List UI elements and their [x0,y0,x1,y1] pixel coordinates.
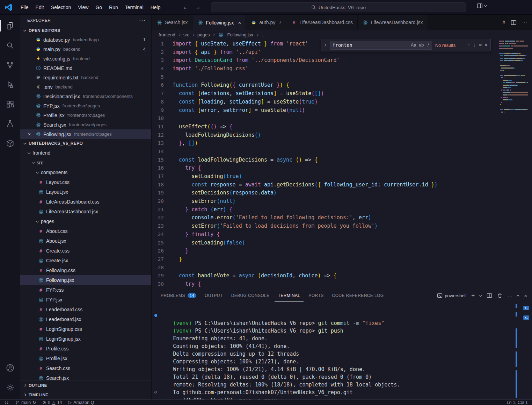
more-actions-icon[interactable]: ··· [522,20,527,25]
breadcrumb-item-frontend[interactable]: frontend [159,32,175,37]
panel-more-actions-icon[interactable]: ··· [508,293,512,298]
close-tab-icon[interactable]: × [238,20,241,26]
layout-toggle-icon[interactable] [477,3,483,9]
minimap[interactable] [499,41,528,114]
kill-terminal-icon[interactable] [497,293,503,298]
regex-icon[interactable]: .* [427,43,429,48]
section-outline[interactable]: OUTLINE [20,381,151,390]
tree-file-profile-css[interactable]: # Profile.css [20,344,151,354]
tree-file-search-css[interactable]: # Search.css [20,363,151,373]
settings-gear-icon[interactable] [0,378,20,397]
breadcrumb-item-src[interactable]: src [183,32,189,37]
run-debug-icon[interactable] [0,75,20,94]
match-case-icon[interactable]: Aa [411,43,416,48]
branch-indicator[interactable]: main ↻ [15,400,36,405]
open-editor-fyp-jsx[interactable]: FYP.jsx frontend\src\pages [20,101,151,111]
tree-file-leaderboard-css[interactable]: # Leaderboard.css [20,305,151,314]
menu-item-file[interactable]: File [17,3,32,12]
new-terminal-icon[interactable]: + [471,292,475,299]
remote-indicator[interactable] [4,400,9,405]
tree-file-profile-jsx[interactable]: Profile.jsx [20,354,151,363]
tree-folder-pages[interactable]: pages [20,216,151,226]
panel-tab-debug-console[interactable]: DEBUG CONSOLE [228,289,273,302]
menu-item-edit[interactable]: Edit [32,3,47,12]
command-decoration-success-icon[interactable] [154,314,157,317]
explorer-icon[interactable] [0,16,20,36]
panel-tab-problems[interactable]: PROBLEMS 14 [157,289,200,302]
back-button[interactable]: ← [182,4,188,11]
breadcrumb-item-pages[interactable]: pages [197,32,210,37]
source-control-icon[interactable] [0,55,20,75]
command-decoration-default-icon[interactable] [154,391,157,393]
tree-file-loginsignup-jsx[interactable]: LoginSignup.jsx [20,334,151,344]
tree-file-loginsignup-css[interactable]: # LoginSignup.css [20,324,151,334]
hash-icon[interactable]: # [502,20,505,25]
editor-tab-lifeareasdashboard-jsx[interactable]: LifeAreasDashboard.jsx [358,15,428,30]
powershell-session-icon[interactable] [523,314,530,321]
search-sidebar-icon[interactable] [0,36,20,55]
panel-tab-output[interactable]: OUTPUT [201,289,226,302]
shell-selector[interactable]: powershell [437,293,466,298]
menu-item-run[interactable]: Run [106,3,121,12]
editor-tab-following-jsx[interactable]: Following.jsx × [192,15,246,30]
forward-button[interactable]: → [195,4,201,11]
accounts-icon[interactable] [0,358,20,378]
find-close-icon[interactable]: × [485,42,488,48]
maximize-panel-icon[interactable] [517,294,519,297]
cursor-position[interactable]: Ln 1, Col 1 [507,400,528,405]
editor-code-area[interactable]: 1 import { useState, useEffect } from 'r… [152,39,532,289]
problems-indicator[interactable]: ⊗ 0 △ 14 [43,400,62,405]
menu-item-selection[interactable]: Selection [48,3,74,12]
terminal-dropdown-icon[interactable] [479,293,482,296]
command-center-search[interactable]: UnitedHacks_V6_repo [211,2,466,12]
menu-item-go[interactable]: Go [92,3,105,12]
panel-tab-ports[interactable]: PORTS [305,289,327,302]
split-terminal-icon[interactable] [487,293,492,298]
find-next-icon[interactable]: ↓ [473,42,476,48]
breadcrumb-item-following-jsx[interactable]: Following.jsx [227,32,253,37]
tree-file-layout-jsx[interactable]: Layout.jsx [20,187,151,197]
amazon-q-indicator[interactable]: ▷ Amazon Q [68,400,94,405]
open-editor-database-py[interactable]: database.py backend\app 1 [20,35,151,44]
editor-tab-lifeareasdashboard-css[interactable]: # LifeAreasDashboard.css [286,15,358,30]
tree-folder-frontend[interactable]: frontend [20,148,151,158]
tree-file-search-jsx[interactable]: Search.jsx [20,373,151,381]
tree-folder-src[interactable]: src [20,158,151,168]
find-input[interactable]: fronten Aa ab .* [330,41,432,50]
menu-item-terminal[interactable]: Terminal [122,3,147,12]
editor-tab-auth-py[interactable]: auth.py 7 [246,15,286,30]
tree-file-following-jsx[interactable]: Following.jsx [20,275,151,285]
open-editor-requirements-txt[interactable]: requirements.txt backend [20,73,151,82]
chevron-down-icon[interactable] [484,4,487,7]
tree-file-fyp-jsx[interactable]: FYP.jsx [20,295,151,305]
extensions-icon[interactable] [0,94,20,114]
testing-icon[interactable] [0,114,20,134]
tree-file-lifeareasdashboard-jsx[interactable]: LifeAreasDashboard.jsx [20,207,151,216]
tree-file-create-css[interactable]: # Create.css [20,246,151,256]
tree-file-fyp-css[interactable]: # FYP.css [20,285,151,295]
terminal[interactable]: (venv) PS C:\Users\ishan\UnitedHacks_V6_… [152,302,532,399]
menu-item-view[interactable]: View [75,3,92,12]
panel-tab-terminal[interactable]: TERMINAL [275,289,304,302]
tree-file-about-css[interactable]: # About.css [20,226,151,236]
open-editor-vite-config-js[interactable]: vite.config.js frontend [20,54,151,63]
section-timeline[interactable]: TIMELINE [20,390,151,399]
tree-file-create-jsx[interactable]: Create.jsx [20,256,151,265]
close-panel-icon[interactable]: × [524,293,527,299]
explorer-more-actions-icon[interactable]: ··· [139,17,146,23]
find-in-selection-icon[interactable]: ≡ [479,42,482,48]
find-previous-icon[interactable]: ↑ [468,42,470,48]
open-editor--env[interactable]: .env backend [20,82,151,92]
open-editor-search-jsx[interactable]: Search.jsx frontend\src\pages [20,120,151,129]
panel-tab-code-reference-log[interactable]: CODE REFERENCE LOG [329,289,387,302]
tree-file-about-jsx[interactable]: About.jsx [20,236,151,246]
whole-word-icon[interactable]: ab [419,43,424,48]
find-toggle-replace-icon[interactable] [323,39,327,51]
split-editor-icon[interactable] [511,20,517,26]
section-repo[interactable]: UNITEDHACKS_V6_REPO [20,139,151,148]
breadcrumb-item--[interactable]: … [261,32,266,37]
open-editor-readme-md[interactable]: README.md [20,63,151,73]
open-editor-profile-jsx[interactable]: Profile.jsx frontend\src\pages [20,111,151,120]
section-open-editors[interactable]: OPEN EDITORS [20,26,151,35]
open-editor-following-jsx[interactable]: × Following.jsx frontend\src\pages [20,129,151,139]
